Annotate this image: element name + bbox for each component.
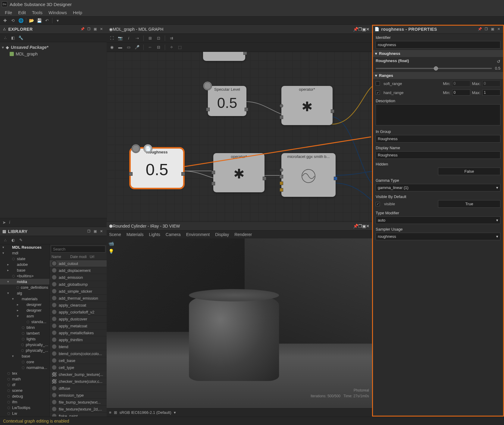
visible-checkbox[interactable] [376, 202, 380, 206]
port-in-2[interactable] [280, 175, 283, 178]
gamma-select[interactable]: gamma_linear (1)▾ [376, 184, 500, 191]
library-list-item[interactable]: emission_type [50, 392, 107, 399]
library-tree-item[interactable]: ◌core_definitions [0, 285, 49, 290]
port-out[interactable] [263, 177, 266, 180]
close-icon[interactable]: ✕ [99, 27, 104, 32]
view3d-pin-icon[interactable]: 📌 [353, 224, 358, 228]
library-list-item[interactable]: blend [50, 343, 107, 350]
tool-link-icon[interactable]: ⟲ [10, 17, 16, 24]
graph-canvas[interactable]: Specular Level 0.5 operator* ✱ 📄 Roughne… [107, 52, 372, 222]
reset-icon[interactable]: ↺ [497, 59, 500, 64]
graph-maximize-icon[interactable]: ▣ [362, 27, 366, 32]
node-roughness[interactable]: 📄 Roughness 0.5 [131, 149, 183, 188]
hard-min-input[interactable] [452, 90, 470, 96]
library-list-item[interactable]: checker_texture(color,c... [50, 378, 107, 385]
library-tree-item[interactable]: ▾alg [0, 290, 49, 296]
node-top[interactable] [203, 52, 245, 61]
graph-tool-camera-icon[interactable]: 📷 [117, 35, 124, 42]
port-out[interactable] [243, 52, 247, 55]
menu-file[interactable]: File [2, 9, 15, 16]
library-window-icon[interactable]: ❐ [86, 229, 92, 234]
graph-tool-grid-icon[interactable]: ⊞ [147, 35, 153, 42]
library-tree-item[interactable]: ◌physically_... [0, 348, 49, 353]
view3d-footer-icon1[interactable]: ≡ [109, 410, 111, 415]
attrib-section-head[interactable]: ▾ Roughness [372, 50, 504, 57]
port-in-3[interactable] [280, 181, 283, 185]
soft-range-checkbox[interactable] [376, 81, 380, 86]
view3d-maximize-icon[interactable]: ▣ [362, 224, 366, 228]
library-list-item[interactable]: add_thermal_emission [50, 295, 107, 302]
library-list-item[interactable]: add_globalbump [50, 281, 107, 288]
view3d-menu-environment[interactable]: Environment [186, 232, 210, 237]
library-list-item[interactable]: cell_type [50, 364, 107, 371]
explorer-graph-row[interactable]: MDL_graph [1, 51, 105, 57]
library-list-item[interactable]: cell_base [50, 357, 107, 364]
library-list-item[interactable]: add_simple_sticker [50, 288, 107, 295]
view3d-menu-materials[interactable]: Materials [127, 232, 144, 237]
graph-t2-5-icon[interactable]: ◦◦ [147, 44, 153, 51]
graph-t2-6-icon[interactable]: ⊟ [155, 44, 162, 51]
library-tool1-icon[interactable]: ⛬ [2, 237, 8, 244]
library-tree-item[interactable]: ◌LwTooltips [0, 405, 49, 411]
roughness-slider[interactable] [376, 68, 492, 69]
tool-new-icon[interactable]: ✚ [2, 17, 8, 24]
library-list-item[interactable]: apply_metallicflakes [50, 329, 107, 336]
library-tree-item[interactable]: ◌state [0, 256, 49, 262]
library-list-item[interactable]: add_cutout [50, 260, 107, 267]
library-list-item[interactable]: apply_colorfalloff_v2 [50, 309, 107, 316]
view3d-light-icon[interactable]: 💡 [108, 249, 114, 254]
port-out[interactable] [334, 177, 337, 180]
library-tree-item[interactable]: ◌debug [0, 393, 49, 399]
pin-icon[interactable]: 📌 [80, 27, 85, 32]
view3d-close-icon[interactable]: ✕ [366, 224, 370, 228]
view3d-viewport[interactable]: 📹 💡 Photoreal Iterations: 500/500 Time: … [107, 238, 372, 408]
node-microfacet[interactable]: microfacet ggx smith b... [281, 153, 336, 197]
props-close-icon[interactable]: ✕ [496, 27, 502, 32]
graph-tool-arrow-icon[interactable]: ⇢ [134, 35, 140, 42]
node-operator-2[interactable]: operator* ✱ [213, 153, 265, 192]
tool-globe-icon[interactable]: 🌐 [17, 17, 24, 24]
library-list-item[interactable]: add_displacement [50, 267, 107, 274]
library-list-item[interactable]: apply_metalcoat [50, 323, 107, 329]
library-list-item[interactable]: file_bump_texture(text... [50, 399, 107, 406]
view3d-colorspace[interactable]: sRGB IEC61966-2.1 (Default) [120, 410, 171, 415]
menu-tools[interactable]: Tools [29, 9, 45, 16]
tool-open-icon[interactable]: 📂 [28, 17, 35, 24]
library-tree-item[interactable]: ▾nvidia [0, 279, 49, 285]
library-list-item[interactable]: diffuse [50, 385, 107, 392]
library-list-item[interactable]: blend_colors(color,colo... [50, 350, 107, 357]
hidden-button[interactable]: False [438, 168, 500, 175]
view3d-menu-scene[interactable]: Scene [109, 232, 121, 237]
library-tree-item[interactable]: ▸designer [0, 302, 49, 307]
view3d-window-icon[interactable]: ❐ [358, 224, 362, 228]
explorer-package-row[interactable]: ▾ ◆ Unsaved Package* [1, 44, 105, 51]
menu-help[interactable]: Help [70, 9, 85, 16]
port-in-2[interactable] [211, 182, 215, 185]
graph-window-icon[interactable]: ❐ [358, 27, 362, 32]
library-tree-item[interactable]: ▾asm [0, 313, 49, 319]
view3d-footer-icon2[interactable]: ⊞ [114, 410, 117, 415]
library-tree-item[interactable]: ◌physically_... [0, 342, 49, 348]
port-in[interactable] [206, 108, 210, 111]
maximize-icon[interactable]: ▣ [92, 27, 98, 32]
col-date[interactable]: Date modi [70, 255, 87, 259]
library-tree-item[interactable]: ▾base [0, 353, 49, 359]
library-tree-item[interactable]: ◌LwBase [0, 416, 49, 417]
graph-tool-info-icon[interactable]: i [125, 35, 132, 42]
library-tool2-icon[interactable]: ◐ [10, 237, 16, 244]
graph-tool-snap-icon[interactable]: ⊡ [155, 35, 162, 42]
menu-windows[interactable]: Windows [45, 9, 70, 16]
view3d-menu-camera[interactable]: Camera [166, 232, 181, 237]
display-name-input[interactable] [376, 151, 500, 159]
graph-t2-3-icon[interactable]: ▭ [125, 44, 132, 51]
graph-t2-7-icon[interactable]: ✧ [168, 44, 175, 51]
tool-undo-icon[interactable]: ↶ [44, 17, 50, 24]
hard-range-checkbox[interactable] [376, 90, 380, 95]
tool-dropdown-icon[interactable]: ▾ [54, 17, 61, 24]
library-tree-item[interactable]: ▾mdl [0, 250, 49, 256]
library-tree-item[interactable]: ◌scene [0, 388, 49, 393]
library-close-icon[interactable]: ✕ [99, 229, 104, 234]
col-name[interactable]: Name [52, 255, 70, 259]
visible-button[interactable]: True [438, 200, 500, 208]
port-out[interactable] [245, 108, 248, 111]
